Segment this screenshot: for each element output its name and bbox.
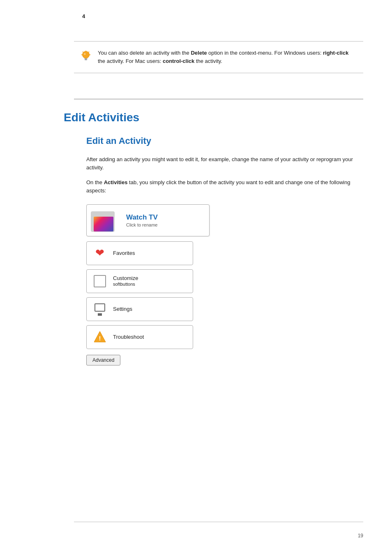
page-number-top: 4	[82, 13, 85, 19]
svg-line-4	[83, 52, 83, 52]
section-divider-top	[74, 99, 363, 99]
watch-tv-subtitle: Click to rename	[126, 222, 158, 227]
customize-labels: Customize softbuttons	[113, 275, 138, 287]
watch-tv-card[interactable]: Watch TV Click to rename	[86, 204, 210, 236]
settings-option[interactable]: Settings	[86, 297, 193, 321]
watch-tv-info: Watch TV Click to rename	[126, 213, 158, 227]
subsection-title: Edit an Activity	[86, 136, 367, 146]
tip-icon	[80, 50, 92, 62]
watch-tv-name: Watch TV	[126, 213, 158, 222]
svg-rect-1	[84, 58, 88, 60]
tv-screen	[94, 217, 113, 231]
troubleshoot-option[interactable]: ! Troubleshoot	[86, 325, 193, 349]
customize-sublabel: softbuttons	[113, 281, 138, 287]
svg-rect-2	[85, 59, 87, 60]
settings-icon	[92, 302, 107, 317]
page-container: 4 You can also delete an activity with t…	[0, 0, 392, 555]
customize-icon	[92, 274, 107, 289]
tip-text: You can also delete an activity with the…	[98, 49, 356, 65]
tv-body	[91, 211, 115, 232]
svg-point-8	[84, 53, 86, 55]
svg-text:!: !	[99, 335, 101, 342]
paragraph-1: After adding an activity you might want …	[86, 155, 367, 172]
advanced-button[interactable]: Advanced	[86, 355, 120, 365]
svg-line-5	[88, 52, 89, 52]
activity-mockup: Watch TV Click to rename ❤ Favorites Cus…	[86, 204, 218, 365]
tip-box: You can also delete an activity with the…	[74, 41, 363, 73]
section-title: Edit Activities	[64, 111, 367, 124]
page-number-bottom: 19	[358, 533, 363, 539]
troubleshoot-icon: !	[92, 330, 107, 345]
favorites-option[interactable]: ❤ Favorites	[86, 241, 193, 265]
troubleshoot-label: Troubleshoot	[113, 334, 144, 340]
customize-label: Customize	[113, 275, 138, 281]
watch-tv-image	[90, 208, 120, 233]
settings-label: Settings	[113, 306, 132, 312]
favorites-icon: ❤	[92, 246, 107, 261]
favorites-label: Favorites	[113, 250, 135, 256]
bottom-divider	[74, 522, 363, 523]
paragraph-2: On the Activities tab, you simply click …	[86, 178, 367, 195]
main-content: Edit Activities Edit an Activity After a…	[64, 111, 367, 365]
customize-option[interactable]: Customize softbuttons	[86, 269, 193, 293]
